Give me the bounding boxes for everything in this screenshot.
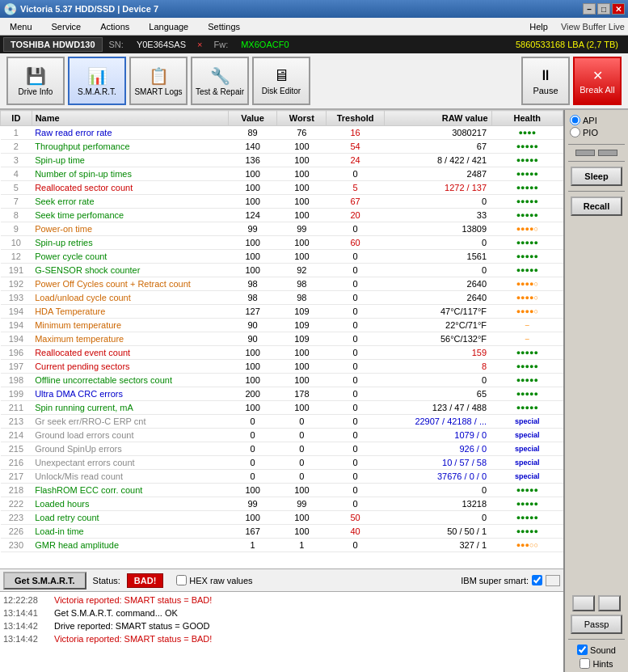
cell-worst: 109 — [277, 332, 327, 346]
cell-id: 223 — [1, 511, 32, 525]
cell-name: Load retry count — [32, 511, 228, 525]
get-smart-button[interactable]: Get S.M.A.R.T. — [3, 572, 86, 590]
cell-value: 100 — [228, 484, 277, 497]
disk-editor-button[interactable]: 🖥 Disk Editor — [252, 57, 310, 105]
cell-treshold: 0 — [327, 539, 385, 552]
smart-table-container[interactable]: ID Name Value Worst Treshold RAW value H… — [0, 110, 563, 568]
cell-treshold: 67 — [327, 195, 385, 209]
cell-raw: 0 — [385, 484, 492, 497]
cell-worst: 100 — [277, 346, 327, 360]
recall-button[interactable]: Recall — [571, 197, 622, 216]
log-area[interactable]: 12:22:28 Victoria reported: SMART status… — [0, 591, 563, 672]
drive-close-button[interactable]: × — [192, 38, 207, 51]
smart-logs-button[interactable]: 📋 SMART Logs — [129, 57, 188, 105]
menu-item-settings[interactable]: Settings — [201, 20, 247, 33]
cell-health: ●●●●● — [491, 387, 563, 401]
cell-treshold: 0 — [327, 484, 385, 497]
cell-worst: 109 — [277, 319, 327, 332]
drive-info-icon: 💾 — [26, 66, 46, 86]
cell-name: FlashROM ECC corr. count — [32, 484, 228, 497]
smart-button[interactable]: 📊 S.M.A.R.T. — [68, 57, 126, 105]
ibm-label: IBM super smart: — [461, 576, 529, 585]
disk-editor-icon: 🖥 — [273, 66, 289, 85]
cell-id: 10 — [1, 236, 32, 250]
cell-name: Unlock/Mis read count — [32, 470, 228, 484]
right-panel: API PIO Sleep Recall Passp Sound — [563, 110, 628, 672]
drive-info-button[interactable]: 💾 Drive Info — [6, 57, 65, 105]
api-radio[interactable] — [570, 115, 580, 125]
cell-treshold: 50 — [327, 511, 385, 525]
menu-item-service[interactable]: Service — [45, 20, 88, 33]
titlebar: 💿 Victoria 5.37 HDD/SSD | Device 7 – □ ✕ — [0, 0, 628, 18]
cell-value: 98 — [228, 291, 277, 305]
table-row: 194 Minimum temperature 90 109 0 22°C/71… — [1, 319, 563, 332]
cell-worst: 100 — [277, 511, 327, 525]
test-repair-button[interactable]: 🔧 Test & Repair — [191, 57, 249, 105]
cell-raw: 65 — [385, 387, 492, 401]
sound-checkbox[interactable] — [577, 645, 588, 655]
close-button[interactable]: ✕ — [612, 3, 625, 15]
separator-4 — [568, 639, 625, 640]
table-row: 2 Throughput perfomance 140 100 54 67 ●●… — [1, 140, 563, 154]
hints-checkbox[interactable] — [580, 658, 590, 669]
minimize-button[interactable]: – — [583, 3, 596, 15]
ibm-checkbox[interactable] — [532, 575, 542, 585]
cell-health: ●●●●● — [491, 181, 563, 195]
small-box-2 — [598, 150, 617, 156]
cell-treshold: 0 — [327, 442, 385, 456]
cell-worst: 100 — [277, 401, 327, 415]
drive-name: TOSHIBA HDWD130 — [3, 37, 103, 52]
table-row: 230 GMR head amplitude 1 1 0 327 / 1 ●●●… — [1, 539, 563, 552]
cell-id: 199 — [1, 387, 32, 401]
cell-treshold: 20 — [327, 209, 385, 222]
log-message: Drive reported: SMART status = GOOD — [54, 619, 209, 632]
left-panel: ID Name Value Worst Treshold RAW value H… — [0, 110, 563, 672]
table-row: 3 Spin-up time 136 100 24 8 / 422 / 421 … — [1, 154, 563, 167]
cell-health: ●●●●● — [491, 140, 563, 154]
tiny-btn-2[interactable] — [598, 595, 621, 611]
menu-item-language[interactable]: Language — [142, 20, 195, 33]
cell-treshold: 0 — [327, 346, 385, 360]
cell-worst: 178 — [277, 387, 327, 401]
cell-value: 100 — [228, 250, 277, 264]
table-row: 214 Ground load errors count 0 0 0 1079 … — [1, 429, 563, 442]
hex-raw-checkbox[interactable] — [176, 575, 187, 585]
cell-value: 124 — [228, 209, 277, 222]
maximize-button[interactable]: □ — [597, 3, 610, 15]
cell-worst: 0 — [277, 456, 327, 470]
ibm-color-picker[interactable] — [546, 575, 560, 586]
table-row: 7 Seek error rate 100 100 67 0 ●●●●● — [1, 195, 563, 209]
cell-raw: 67 — [385, 140, 492, 154]
cell-worst: 76 — [277, 126, 327, 140]
cell-worst: 0 — [277, 470, 327, 484]
cell-treshold: 0 — [327, 387, 385, 401]
sleep-button[interactable]: Sleep — [571, 167, 622, 186]
cell-id: 8 — [1, 209, 32, 222]
cell-raw: 10 / 57 / 58 — [385, 456, 492, 470]
break-all-button[interactable]: ✕ Break All — [573, 57, 622, 105]
cell-name: Number of spin-up times — [32, 167, 228, 181]
log-time: 12:22:28 — [3, 594, 48, 606]
status-value: BAD! — [127, 573, 164, 588]
cell-id: 214 — [1, 429, 32, 442]
cell-raw: 0 — [385, 374, 492, 387]
view-buffer-link[interactable]: View Buffer Live — [561, 22, 625, 32]
passp-button[interactable]: Passp — [571, 615, 622, 634]
pio-radio[interactable] — [570, 127, 580, 137]
cell-name: Current pending sectors — [32, 360, 228, 374]
cell-id: 213 — [1, 415, 32, 429]
cell-id: 1 — [1, 126, 32, 140]
cell-id: 194 — [1, 332, 32, 346]
cell-value: 90 — [228, 319, 277, 332]
cell-value: 0 — [228, 415, 277, 429]
cell-value: 127 — [228, 305, 277, 319]
log-entry: 13:14:41 Get S.M.A.R.T. command... OK — [3, 606, 560, 619]
tiny-btn-1[interactable] — [572, 595, 595, 611]
menu-item-actions[interactable]: Actions — [94, 20, 136, 33]
menu-item-menu[interactable]: Menu — [3, 20, 39, 33]
cell-treshold: 0 — [327, 277, 385, 291]
pause-button[interactable]: ⏸ Pause — [521, 57, 570, 105]
menu-item-help[interactable]: Help — [523, 20, 554, 33]
table-row: 222 Loaded hours 99 99 0 13218 ●●●●● — [1, 497, 563, 511]
cell-worst: 100 — [277, 484, 327, 497]
